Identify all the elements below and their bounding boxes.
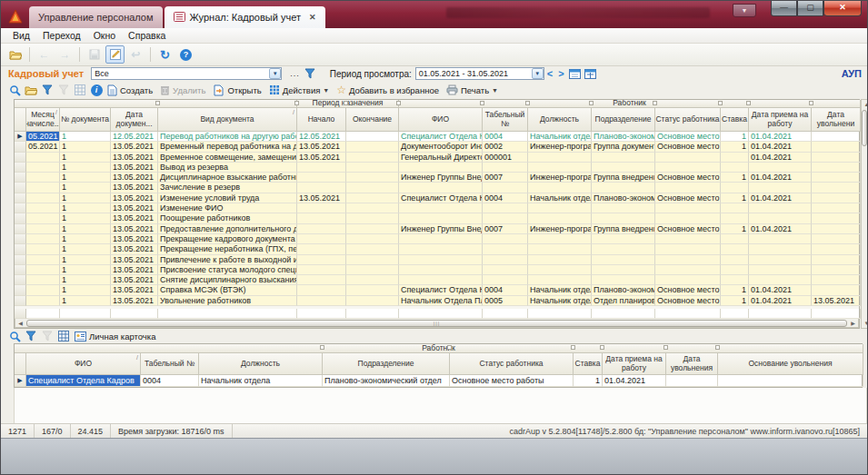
- cell[interactable]: Привлечение к работе в выходной или г: [158, 255, 297, 265]
- cell[interactable]: [528, 213, 592, 223]
- cell[interactable]: [655, 203, 721, 213]
- cell[interactable]: 13.05.2021: [297, 193, 346, 203]
- cell[interactable]: 1: [721, 132, 749, 142]
- column-header[interactable]: ФИО/: [26, 353, 141, 375]
- cell[interactable]: Начальник отдела: [199, 375, 323, 387]
- cell[interactable]: 1: [721, 285, 749, 295]
- grid-settings-icon[interactable]: [55, 329, 72, 344]
- maximize-button[interactable]: ▢: [797, 1, 823, 16]
- column-header[interactable]: Дата докумен...: [111, 108, 158, 132]
- refresh-icon[interactable]: ↻: [155, 45, 175, 64]
- cell[interactable]: [26, 244, 60, 254]
- cell[interactable]: [592, 255, 655, 265]
- table-row[interactable]: 113.05.2021Присвоение статуса молодого с…: [15, 265, 859, 275]
- cell[interactable]: [483, 163, 528, 173]
- cell[interactable]: [528, 163, 592, 173]
- column-header[interactable]: Месяц начисле.../: [26, 108, 60, 132]
- cell[interactable]: [749, 255, 812, 265]
- cell[interactable]: [399, 163, 483, 173]
- cell[interactable]: 13.05.2021: [111, 193, 158, 203]
- cell[interactable]: [297, 213, 346, 223]
- cell[interactable]: [528, 203, 592, 213]
- cell[interactable]: Специалист Отдела Кадров: [399, 193, 483, 203]
- cell[interactable]: [812, 224, 861, 234]
- column-expand-icon[interactable]: [653, 101, 657, 105]
- titlebar-dropdown-button[interactable]: ▼: [733, 4, 756, 17]
- cell[interactable]: Снятие дисциплинарного взыскания: [158, 275, 297, 285]
- cell[interactable]: [297, 224, 346, 234]
- cell[interactable]: 1: [60, 153, 111, 163]
- column-header[interactable]: Статус работника: [655, 108, 721, 132]
- cell[interactable]: Группа внедрени: [592, 173, 655, 183]
- journal-filter-combobox[interactable]: Все ▼: [91, 67, 282, 80]
- column-header[interactable]: Начало: [297, 108, 346, 132]
- cell[interactable]: Основное место р: [655, 193, 721, 203]
- cell[interactable]: [26, 193, 60, 203]
- info-icon[interactable]: i: [88, 83, 105, 98]
- column-header[interactable]: Ставка: [721, 108, 749, 132]
- cell[interactable]: [399, 213, 483, 223]
- cell[interactable]: [655, 153, 721, 163]
- cell[interactable]: [26, 275, 60, 285]
- cell[interactable]: [749, 203, 812, 213]
- cell[interactable]: Отдел планиров: [592, 296, 655, 306]
- cell[interactable]: [346, 265, 399, 275]
- cell[interactable]: Прекращение кадрового документа: [158, 234, 297, 244]
- cell[interactable]: [297, 203, 346, 213]
- cell[interactable]: [749, 213, 812, 223]
- cell[interactable]: [26, 234, 60, 244]
- cell[interactable]: [592, 244, 655, 254]
- search-icon[interactable]: [6, 83, 23, 98]
- cell[interactable]: 1: [60, 285, 111, 295]
- column-expand-icon[interactable]: [525, 101, 530, 105]
- menu-item-1[interactable]: Вид: [6, 29, 36, 42]
- cell[interactable]: Документооборот Инженер: [399, 142, 483, 152]
- cell[interactable]: [592, 234, 655, 244]
- cell[interactable]: 01.04.2021: [603, 375, 666, 387]
- cell[interactable]: Перевод работников на другую работу: [158, 132, 297, 142]
- cell[interactable]: 01.04.2021: [749, 132, 812, 142]
- column-header[interactable]: Подразделение: [592, 108, 655, 132]
- cell[interactable]: [528, 244, 592, 254]
- open-folder-icon[interactable]: [5, 45, 25, 64]
- cell[interactable]: [749, 234, 812, 244]
- cell[interactable]: 01.04.2021: [749, 142, 812, 152]
- cell[interactable]: [749, 183, 812, 193]
- calendar-settings-icon[interactable]: [584, 68, 596, 79]
- table-row[interactable]: ▶05.2021112.05.2021Перевод работников на…: [15, 132, 859, 142]
- column-header[interactable]: Должность: [199, 353, 323, 375]
- cell[interactable]: 13.05.2021: [111, 234, 158, 244]
- cell[interactable]: 1: [574, 375, 603, 387]
- cell[interactable]: Группа внедрени: [592, 224, 655, 234]
- cell[interactable]: [346, 296, 399, 306]
- column-header[interactable]: Ставка: [574, 353, 603, 375]
- table-row[interactable]: 113.05.2021Справка МСЭК (ВТЭК)Специалист…: [15, 285, 859, 295]
- column-expand-icon[interactable]: [663, 345, 668, 350]
- cell[interactable]: 05.2021: [26, 132, 60, 142]
- cell[interactable]: [655, 183, 721, 193]
- cell[interactable]: [812, 153, 861, 163]
- cell[interactable]: [528, 183, 592, 193]
- toolbar-button-3[interactable]: Открыть: [210, 84, 265, 97]
- cell[interactable]: [26, 183, 60, 193]
- cell[interactable]: 0004: [141, 375, 199, 387]
- cell[interactable]: [346, 193, 399, 203]
- cell[interactable]: Начальник отдел: [528, 132, 592, 142]
- cell[interactable]: [812, 163, 861, 173]
- cell[interactable]: 0004: [483, 193, 528, 203]
- cell[interactable]: Вывод из резерва: [158, 163, 297, 173]
- cell[interactable]: Основное место р: [655, 296, 721, 306]
- cell[interactable]: 12.05.2021: [297, 132, 346, 142]
- cell[interactable]: [592, 203, 655, 213]
- cell[interactable]: [346, 163, 399, 173]
- column-expand-icon[interactable]: [600, 345, 604, 350]
- column-header[interactable]: Дата увольнения: [666, 353, 718, 375]
- cell[interactable]: [721, 153, 749, 163]
- cell[interactable]: 0007: [483, 224, 528, 234]
- period-next-button[interactable]: >: [555, 68, 566, 79]
- menu-item-4[interactable]: Справка: [122, 29, 172, 42]
- cell[interactable]: 1: [60, 163, 111, 173]
- cell[interactable]: 0004: [483, 285, 528, 295]
- cell[interactable]: [483, 183, 528, 193]
- cell[interactable]: 1: [60, 296, 111, 306]
